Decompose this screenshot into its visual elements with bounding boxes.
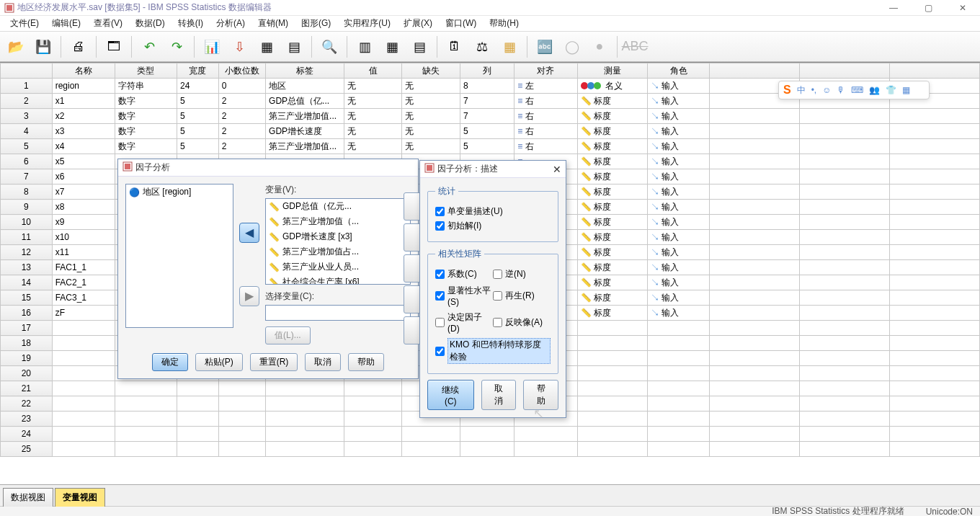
cell-values[interactable]: 无 (344, 139, 402, 154)
empty-cell[interactable] (890, 321, 980, 336)
cell-missing[interactable]: 无 (402, 109, 460, 124)
column-header[interactable]: 对齐 (514, 63, 577, 79)
empty-cell[interactable] (647, 351, 710, 366)
cell-columns[interactable]: 5 (460, 139, 514, 154)
cell-width[interactable]: 5 (177, 139, 218, 154)
cell-role[interactable]: 输入 (647, 169, 710, 184)
scale-icon[interactable]: ⚖ (471, 35, 494, 58)
row-number[interactable]: 17 (1, 321, 53, 336)
cell-values[interactable]: 无 (344, 124, 402, 139)
row-number[interactable]: 16 (1, 306, 53, 321)
row-number[interactable]: 3 (1, 109, 53, 124)
ime-toolbar[interactable]: S 中 •, ☺ 🎙 ⌨ 👥 👕 ▦ (778, 81, 930, 99)
empty-cell[interactable] (514, 427, 577, 442)
cell-name[interactable]: zF (52, 306, 115, 321)
factor-analysis-dialog[interactable]: 因子分析 🔵地区 [region] ◀ ▶ 变量(V): 📏GDP总值（亿元..… (117, 159, 419, 379)
cell-name[interactable]: x7 (52, 184, 115, 200)
empty-cell[interactable] (710, 442, 800, 457)
empty-cell[interactable] (402, 442, 460, 457)
cell-align[interactable]: 右 (514, 94, 577, 109)
undo-icon[interactable]: ↶ (138, 35, 161, 58)
row-number[interactable]: 10 (1, 215, 53, 230)
cell-missing[interactable]: 无 (402, 124, 460, 139)
cell-decimals[interactable]: 0 (218, 79, 265, 94)
minimize-button[interactable]: — (886, 3, 901, 13)
paste-button[interactable]: 粘贴(P) (195, 353, 243, 371)
empty-cell[interactable] (710, 427, 800, 442)
empty-cell[interactable] (647, 381, 710, 396)
print-icon[interactable]: 🖨 (67, 35, 90, 58)
empty-cell[interactable] (514, 442, 577, 457)
ime-punct-icon[interactable]: •, (811, 85, 817, 95)
empty-cell[interactable] (890, 396, 980, 412)
empty-cell[interactable] (647, 442, 710, 457)
row-number[interactable]: 14 (1, 275, 53, 290)
close-icon[interactable]: ✕ (553, 164, 561, 175)
weight-icon[interactable]: ▦ (380, 35, 404, 58)
cell-width[interactable]: 5 (177, 124, 218, 139)
empty-cell[interactable] (52, 351, 115, 366)
cell-role[interactable]: 输入 (647, 139, 710, 154)
coefficients-checkbox[interactable]: 系数(C) (435, 268, 493, 280)
find-icon[interactable]: 🔍 (318, 35, 341, 58)
cell-role[interactable]: 输入 (647, 306, 710, 321)
move-to-select-button[interactable]: ▶ (239, 286, 259, 306)
cell-name[interactable]: x11 (52, 245, 115, 260)
dialog-titlebar[interactable]: 因子分析 (118, 159, 418, 177)
empty-cell[interactable] (402, 427, 460, 442)
cell-type[interactable]: 字符串 (115, 79, 177, 94)
cell-measure[interactable]: 📏标度 (577, 275, 647, 290)
cell-align[interactable]: 左 (514, 79, 577, 94)
factor-describe-dialog[interactable]: 因子分析：描述 ✕ 统计 单变量描述(U) 初始解(I) 相关性矩阵 系数(C)… (419, 160, 566, 418)
cell-align[interactable]: 右 (514, 124, 577, 139)
cell-values[interactable]: 无 (344, 109, 402, 124)
cell-measure[interactable]: 📏标度 (577, 139, 647, 154)
empty-cell[interactable] (800, 321, 890, 336)
target-variable-list[interactable]: 📏GDP总值（亿元...📏第三产业增加值（...📏GDP增长速度 [x3]📏第三… (265, 198, 411, 285)
empty-cell[interactable] (266, 412, 344, 427)
cell-role[interactable]: 输入 (647, 290, 710, 306)
maximize-button[interactable]: ▢ (921, 3, 935, 13)
empty-cell[interactable] (800, 366, 890, 381)
row-number[interactable]: 9 (1, 200, 53, 215)
cell-name[interactable]: x9 (52, 215, 115, 230)
empty-cell[interactable] (710, 396, 800, 412)
row-number[interactable]: 1 (1, 79, 53, 94)
empty-cell[interactable] (800, 351, 890, 366)
menu-item-0[interactable]: 文件(E) (4, 16, 45, 31)
row-number[interactable]: 23 (1, 412, 53, 427)
empty-cell[interactable] (115, 396, 177, 412)
cell-align[interactable]: 右 (514, 139, 577, 154)
cancel-button[interactable]: 取消 (305, 353, 341, 371)
empty-cell[interactable] (890, 412, 980, 427)
kmo-checkbox[interactable]: KMO 和巴特利特球形度检验 (435, 338, 551, 364)
empty-cell[interactable] (177, 381, 218, 396)
empty-cell[interactable] (177, 442, 218, 457)
cell-name[interactable]: x3 (52, 124, 115, 139)
select-icon[interactable]: ▤ (408, 35, 431, 58)
ime-keyboard-icon[interactable]: ⌨ (851, 85, 863, 95)
goto-case-icon[interactable]: 📊 (200, 35, 223, 58)
menu-item-7[interactable]: 图形(G) (295, 16, 337, 31)
move-to-vars-button[interactable]: ◀ (239, 223, 259, 243)
empty-cell[interactable] (344, 427, 402, 442)
row-number[interactable]: 24 (1, 427, 53, 442)
empty-cell[interactable] (52, 396, 115, 412)
reset-button[interactable]: 重置(R) (250, 353, 298, 371)
cell-measure[interactable]: 📏标度 (577, 94, 647, 109)
empty-cell[interactable] (266, 396, 344, 412)
cell-columns[interactable]: 7 (460, 94, 514, 109)
source-var-item[interactable]: 地区 [region] (143, 186, 191, 198)
cell-name[interactable]: x8 (52, 200, 115, 215)
ime-face-icon[interactable]: ☺ (822, 85, 831, 95)
column-header[interactable]: 名称 (52, 63, 115, 79)
empty-cell[interactable] (890, 336, 980, 351)
source-variable-list[interactable]: 🔵地区 [region] (125, 184, 233, 328)
inverse-checkbox[interactable]: 逆(N) (493, 268, 551, 280)
empty-cell[interactable] (344, 396, 402, 412)
row-number[interactable]: 7 (1, 169, 53, 184)
cell-label[interactable]: 地区 (266, 79, 344, 94)
empty-cell[interactable] (710, 381, 800, 396)
recall-icon[interactable]: 🗔 (102, 35, 125, 58)
continue-button[interactable]: 继续(C) (427, 380, 474, 410)
